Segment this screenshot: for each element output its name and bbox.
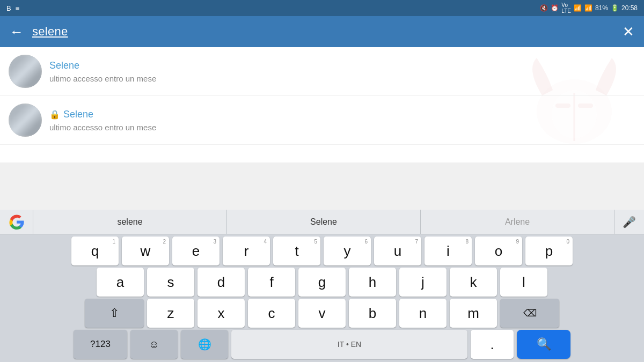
avatar-1: [9, 55, 42, 88]
key-l[interactable]: l: [500, 268, 547, 297]
suggestion-selene[interactable]: selene: [33, 210, 227, 234]
key-a[interactable]: a: [97, 268, 144, 297]
key-row-2: a s d f g h j k l: [0, 268, 644, 297]
status-left: B ≡: [6, 4, 19, 12]
back-button[interactable]: ←: [10, 25, 24, 39]
contact-name-1: Selene: [49, 60, 156, 71]
signal-icon: 📶: [584, 4, 592, 12]
emoji-key[interactable]: ☺: [130, 330, 178, 359]
suggestion-selene-cap[interactable]: Selene: [227, 210, 421, 234]
mute-icon: 🔇: [540, 4, 548, 12]
status-b: B: [6, 4, 11, 12]
battery-icon: 🔋: [611, 4, 619, 12]
contact-info-1: Selene ultimo accesso entro un mese: [49, 60, 156, 83]
contact-item-1[interactable]: Selene ultimo accesso entro un mese: [0, 47, 644, 96]
key-m[interactable]: m: [450, 299, 497, 328]
key-t[interactable]: t5: [273, 237, 320, 265]
key-p[interactable]: p0: [525, 237, 573, 265]
search-input[interactable]: selene: [32, 25, 614, 39]
num-key[interactable]: ?123: [74, 330, 127, 359]
key-f[interactable]: f: [248, 268, 295, 297]
key-r[interactable]: r4: [223, 237, 270, 265]
contact-name-2: 🔒 Selene: [49, 109, 156, 120]
key-g[interactable]: g: [298, 268, 346, 297]
key-d[interactable]: d: [197, 268, 245, 297]
key-u[interactable]: u7: [374, 237, 421, 265]
contact-info-2: 🔒 Selene ultimo accesso entro un mese: [49, 109, 156, 132]
mic-button[interactable]: 🎤: [614, 210, 644, 234]
status-bar: B ≡ 🔇 ⏰ VoLTE 📶 📶 81% 🔋 20:58: [0, 0, 644, 16]
contact-status-2: ultimo accesso entro un mese: [49, 123, 156, 132]
backspace-key[interactable]: ⌫: [500, 299, 559, 328]
contact-status-1: ultimo accesso entro un mese: [49, 74, 156, 83]
contact-item-2[interactable]: 🔒 Selene ultimo accesso entro un mese: [0, 96, 644, 145]
contact-name-2-text: Selene: [63, 109, 93, 120]
key-k[interactable]: k: [450, 268, 497, 297]
results-area: Selene ultimo accesso entro un mese 🔒 Se…: [0, 47, 644, 162]
suggestions-row: selene Selene Arlene 🎤: [0, 210, 644, 234]
close-button[interactable]: ✕: [623, 24, 634, 40]
key-n[interactable]: n: [399, 299, 447, 328]
key-x[interactable]: x: [197, 299, 245, 328]
key-o[interactable]: o9: [475, 237, 522, 265]
avatar-2: [9, 104, 42, 137]
globe-key[interactable]: 🌐: [181, 330, 228, 359]
key-y[interactable]: y6: [324, 237, 371, 265]
key-h[interactable]: h: [349, 268, 396, 297]
google-suggestion[interactable]: [0, 210, 33, 234]
keyboard-area: selene Selene Arlene 🎤 q1 w2 e3 r4 t5 y6…: [0, 210, 644, 362]
dot-key[interactable]: .: [471, 330, 514, 359]
status-menu: ≡: [16, 4, 20, 12]
key-w[interactable]: w2: [122, 237, 169, 265]
key-i[interactable]: i8: [425, 237, 472, 265]
status-right: 🔇 ⏰ VoLTE 📶 📶 81% 🔋 20:58: [540, 2, 638, 14]
shift-key[interactable]: ⇧: [85, 299, 144, 328]
key-row-3: ⇧ z x c v b n m ⌫: [0, 299, 644, 328]
key-z[interactable]: z: [147, 299, 194, 328]
key-e[interactable]: e3: [172, 237, 219, 265]
key-q[interactable]: q1: [71, 237, 119, 265]
lte-icon: VoLTE: [561, 2, 571, 14]
battery-percent: 81%: [595, 4, 608, 12]
search-bar: ← selene ✕: [0, 16, 644, 47]
space-key[interactable]: IT • EN: [231, 330, 467, 359]
bottom-row: ?123 ☺ 🌐 IT • EN . 🔍: [0, 330, 644, 359]
key-row-1: q1 w2 e3 r4 t5 y6 u7 i8 o9 p0: [0, 237, 644, 265]
key-c[interactable]: c: [248, 299, 295, 328]
lock-icon: 🔒: [49, 109, 60, 120]
key-v[interactable]: v: [298, 299, 346, 328]
key-s[interactable]: s: [147, 268, 194, 297]
wifi-icon: 📶: [574, 4, 582, 12]
suggestion-arlene[interactable]: Arlene: [421, 210, 614, 234]
key-j[interactable]: j: [399, 268, 447, 297]
key-b[interactable]: b: [349, 299, 396, 328]
clock: 20:58: [621, 4, 638, 12]
alarm-icon: ⏰: [551, 4, 559, 12]
search-key[interactable]: 🔍: [517, 330, 570, 359]
keyboard-rows: q1 w2 e3 r4 t5 y6 u7 i8 o9 p0 a s d f g …: [0, 234, 644, 362]
